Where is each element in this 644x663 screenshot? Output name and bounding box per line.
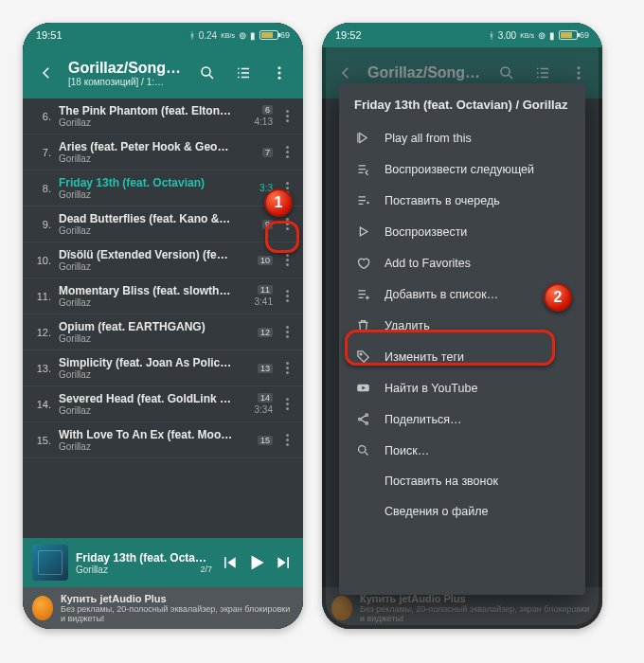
track-list[interactable]: 6.The Pink Phantom (feat. Elton Joh…Gori… bbox=[23, 99, 303, 538]
appbar: Gorillaz/Song… [18 композиций] / 1:… bbox=[23, 47, 303, 99]
battery-icon: 69 bbox=[259, 30, 290, 40]
track-more-button[interactable] bbox=[280, 398, 294, 410]
svg-point-3 bbox=[278, 77, 281, 80]
context-menu-item[interactable]: Найти в YouTube bbox=[339, 372, 585, 403]
context-menu-item[interactable]: Поставить на звонок bbox=[339, 466, 585, 496]
track-badge: 9 bbox=[262, 220, 273, 229]
context-menu-item[interactable]: Удалить bbox=[339, 310, 585, 341]
track-row[interactable]: 11.Momentary Bliss (feat. slowthai &…Gor… bbox=[23, 278, 303, 314]
ad-headline: Купить jetAudio Plus bbox=[61, 593, 294, 604]
phone-right: 19:52 ᚼ 3.00 KB/s ⊚ ▮ 69 Gorillaz/Song… bbox=[322, 23, 602, 629]
track-more-button[interactable] bbox=[280, 362, 294, 374]
track-row[interactable]: 13.Simplicity (feat. Joan As Police W…Go… bbox=[23, 350, 303, 386]
track-more-button[interactable] bbox=[280, 434, 294, 446]
track-duration: 3:41 bbox=[255, 296, 273, 307]
svg-point-2 bbox=[278, 72, 281, 75]
track-badge: 10 bbox=[258, 256, 273, 265]
heart-icon bbox=[354, 256, 371, 270]
svg-point-6 bbox=[578, 72, 581, 75]
track-title: Momentary Bliss (feat. slowthai &… bbox=[59, 284, 233, 297]
track-artist: Gorillaz bbox=[59, 441, 233, 452]
track-row[interactable]: 10.Dïsölü (Extended Version) (feat. …Gor… bbox=[23, 242, 303, 278]
context-menu-item[interactable]: Воспроизвести следующей bbox=[339, 153, 585, 185]
track-artist: Gorillaz bbox=[59, 153, 233, 164]
page-subtitle: [18 композиций] / 1:… bbox=[68, 77, 186, 87]
bt-icon: ᚼ bbox=[489, 30, 494, 41]
track-index: 11. bbox=[32, 291, 51, 302]
svg-point-8 bbox=[360, 353, 362, 355]
track-badge: 11 bbox=[258, 285, 273, 295]
track-index: 15. bbox=[32, 435, 51, 446]
overflow-button[interactable] bbox=[265, 59, 294, 87]
wifi-icon: ⊚ bbox=[239, 30, 246, 41]
play-icon[interactable] bbox=[244, 550, 269, 575]
svg-point-7 bbox=[578, 77, 581, 80]
context-menu-label: Воспроизвести следующей bbox=[385, 163, 534, 176]
search-button[interactable] bbox=[193, 59, 222, 87]
track-badge: 14 bbox=[258, 393, 273, 403]
track-title: Friday 13th (feat. Octavian) bbox=[59, 176, 233, 189]
track-artist: Gorillaz bbox=[59, 261, 233, 272]
back-button[interactable] bbox=[32, 59, 61, 87]
track-row[interactable]: 9.Dead Butterflies (feat. Kano & Rox…Gor… bbox=[23, 206, 303, 242]
track-more-button[interactable] bbox=[280, 218, 294, 230]
track-badge: 15 bbox=[258, 436, 273, 445]
np-title: Friday 13th (feat. Octa… bbox=[76, 551, 212, 564]
ad-app-icon bbox=[32, 596, 53, 620]
track-title: Dead Butterflies (feat. Kano & Rox… bbox=[59, 212, 233, 225]
track-index: 7. bbox=[32, 147, 51, 158]
ad-body: Без рекламы, 20-полосный эквалайзер, экр… bbox=[61, 604, 294, 623]
net-speed: 3.00 bbox=[498, 30, 516, 41]
np-position: 2/7 bbox=[200, 564, 212, 574]
play-next-icon bbox=[354, 162, 371, 176]
queue-icon bbox=[354, 193, 371, 207]
context-menu-item[interactable]: Play all from this bbox=[339, 122, 585, 153]
track-title: The Pink Phantom (feat. Elton Joh… bbox=[59, 104, 233, 117]
context-menu-item[interactable]: Поделиться… bbox=[339, 403, 585, 435]
context-menu-item[interactable]: Поиск… bbox=[339, 435, 585, 466]
context-menu-label: Поставить в очередь bbox=[385, 194, 500, 207]
svg-point-10 bbox=[366, 414, 368, 417]
track-title: Dïsölü (Extended Version) (feat. … bbox=[59, 248, 233, 261]
next-icon[interactable] bbox=[275, 553, 294, 572]
track-more-button[interactable] bbox=[280, 290, 294, 302]
context-menu-label: Воспроизвести bbox=[385, 225, 467, 239]
context-menu: Friday 13th (feat. Octavian) / Gorillaz … bbox=[339, 83, 585, 595]
context-menu-label: Сведения о файле bbox=[385, 505, 488, 518]
context-menu-item[interactable]: Сведения о файле bbox=[339, 496, 585, 527]
now-playing-bar[interactable]: Friday 13th (feat. Octa… Gorillaz 2/7 bbox=[23, 538, 303, 587]
track-title: Opium (feat. EARTHGANG) bbox=[59, 320, 233, 333]
track-more-button[interactable] bbox=[280, 110, 294, 122]
track-artist: Gorillaz bbox=[59, 369, 233, 380]
track-row[interactable]: 6.The Pink Phantom (feat. Elton Joh…Gori… bbox=[23, 99, 303, 134]
track-more-button[interactable] bbox=[280, 254, 294, 266]
net-unit: KB/s bbox=[221, 32, 235, 39]
track-row[interactable]: 14.Severed Head (feat. GoldLink & U…Gori… bbox=[23, 386, 303, 422]
track-index: 14. bbox=[32, 399, 51, 410]
context-menu-label: Add to Favorites bbox=[385, 257, 471, 270]
wifi-icon: ⊚ bbox=[538, 30, 546, 41]
context-menu-title: Friday 13th (feat. Octavian) / Gorillaz bbox=[339, 93, 585, 122]
track-title: Aries (feat. Peter Hook & Georgi… bbox=[59, 140, 233, 153]
bt-icon: ᚼ bbox=[189, 30, 195, 41]
tag-icon bbox=[354, 349, 371, 364]
svg-point-4 bbox=[501, 67, 510, 76]
track-more-button[interactable] bbox=[280, 146, 294, 158]
context-menu-item[interactable]: Воспроизвести bbox=[339, 216, 585, 247]
context-menu-item[interactable]: Изменить теги bbox=[339, 341, 585, 372]
track-row[interactable]: 12.Opium (feat. EARTHGANG)Gorillaz12 bbox=[23, 314, 303, 350]
play-icon bbox=[354, 224, 371, 239]
ad-banner[interactable]: Купить jetAudio Plus Без рекламы, 20-пол… bbox=[23, 587, 303, 629]
prev-icon[interactable] bbox=[220, 553, 239, 572]
track-row[interactable]: 15.With Love To An Ex (feat. Moonch…Gori… bbox=[23, 422, 303, 458]
context-menu-label: Изменить теги bbox=[385, 350, 464, 364]
track-title: With Love To An Ex (feat. Moonch… bbox=[59, 428, 233, 441]
track-row[interactable]: 7.Aries (feat. Peter Hook & Georgi…Goril… bbox=[23, 134, 303, 170]
track-more-button[interactable] bbox=[280, 326, 294, 338]
svg-point-11 bbox=[358, 418, 361, 421]
track-row[interactable]: 8.Friday 13th (feat. Octavian)Gorillaz3:… bbox=[23, 170, 303, 206]
view-button[interactable] bbox=[229, 59, 258, 87]
context-menu-item[interactable]: Поставить в очередь bbox=[339, 185, 585, 216]
context-menu-item[interactable]: Add to Favorites bbox=[339, 247, 585, 278]
track-artist: Gorillaz bbox=[59, 333, 233, 344]
